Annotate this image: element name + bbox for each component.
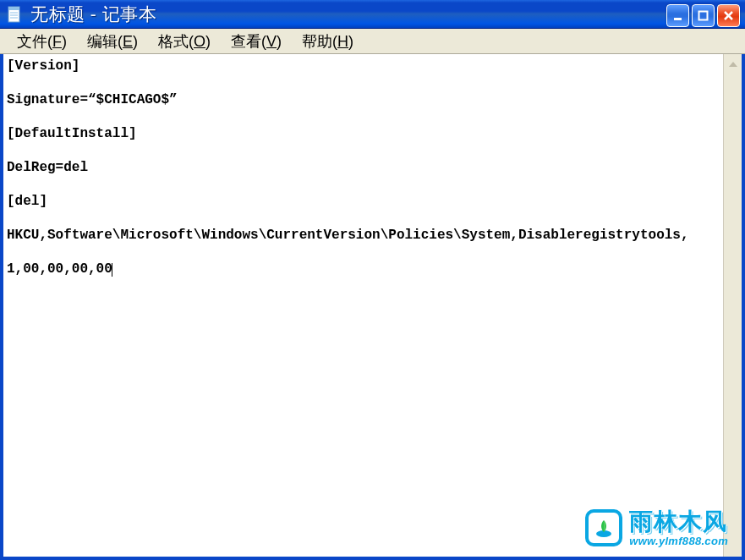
svg-rect-6 [699, 12, 708, 20]
maximize-button[interactable] [692, 4, 715, 27]
menu-format[interactable]: 格式(O) [148, 30, 221, 53]
window-controls [666, 4, 740, 27]
editor-content: [Version] Signature=“$CHICAGO$” [Default… [7, 58, 689, 277]
svg-rect-5 [674, 18, 682, 20]
notepad-icon [7, 5, 22, 24]
menu-help[interactable]: 帮助(H) [292, 30, 364, 53]
vertical-scrollbar[interactable] [723, 54, 742, 557]
menu-edit[interactable]: 编辑(E) [77, 30, 148, 53]
scroll-up-icon[interactable] [725, 56, 741, 73]
notepad-window: 无标题 - 记事本 文件(F) 编辑(E) 格式(O) [0, 0, 745, 560]
minimize-button[interactable] [666, 4, 689, 27]
menu-bar: 文件(F) 编辑(E) 格式(O) 查看(V) 帮助(H) [0, 29, 745, 54]
client-area: [Version] Signature=“$CHICAGO$” [Default… [0, 54, 745, 560]
text-cursor [112, 263, 112, 277]
title-bar[interactable]: 无标题 - 记事本 [0, 0, 745, 29]
text-editor[interactable]: [Version] Signature=“$CHICAGO$” [Default… [3, 54, 723, 557]
svg-marker-9 [729, 62, 737, 67]
svg-rect-1 [8, 7, 19, 10]
menu-file[interactable]: 文件(F) [7, 30, 77, 53]
close-button[interactable] [717, 4, 740, 27]
menu-view[interactable]: 查看(V) [221, 30, 292, 53]
window-title: 无标题 - 记事本 [30, 3, 156, 26]
